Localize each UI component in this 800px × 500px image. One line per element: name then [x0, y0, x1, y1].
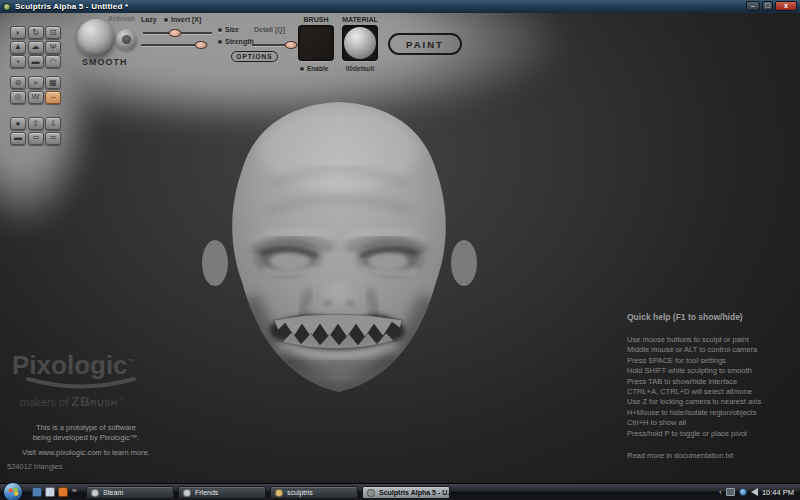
strength-slider-handle[interactable]	[194, 41, 207, 49]
sculpt-viewport[interactable]: SMOOTH Airbrush Lazy Invert [X] Size Det…	[0, 13, 800, 483]
export-button[interactable]: ⇨	[45, 132, 61, 145]
new-plane-button[interactable]: ▬	[10, 132, 26, 145]
toggle-wireframe[interactable]: ×	[28, 76, 44, 89]
file-icon: ⇧	[32, 119, 39, 129]
visit-note: Visit www.pixologic.com to learn more.	[6, 448, 166, 457]
quicklaunch-firefox-icon[interactable]	[58, 487, 68, 497]
invert-toggle[interactable]: Invert [X]	[164, 16, 201, 23]
tool-crease[interactable]: ◗	[10, 26, 26, 39]
start-button[interactable]	[3, 482, 23, 500]
material-sphere	[344, 27, 376, 59]
task-sculptris-app[interactable]: Sculptris Alpha 5 - U...	[362, 486, 450, 499]
quick-help-line: Press TAB to show/hide interface	[627, 377, 799, 387]
task-label: Friends	[195, 489, 218, 496]
tool-draw[interactable]: ▲	[10, 41, 26, 54]
sculptris-window: Sculptris Alpha 5 - Untitled * – □ x	[0, 0, 800, 500]
brush-preview-sphere	[77, 19, 115, 57]
file-icon: ⇦	[32, 133, 39, 143]
display-tray-icon[interactable]	[726, 488, 735, 496]
prototype-note-line2: being developed by Pixologic™.	[6, 433, 166, 443]
toggle-spiral[interactable]: ◎	[10, 91, 26, 104]
tool-inflate[interactable]: ☁	[28, 41, 44, 54]
size-toggle[interactable]: Size	[218, 26, 239, 33]
tool-pinch[interactable]: Ψ	[45, 41, 61, 54]
active-tool-label: SMOOTH	[82, 57, 128, 67]
lazy-toggle[interactable]: Lazy	[141, 16, 157, 23]
task-icon	[183, 489, 191, 497]
task-sculptris-folder[interactable]: sculptris	[270, 486, 358, 499]
size-slider-handle[interactable]	[168, 29, 181, 37]
toggle-w[interactable]: W	[28, 91, 44, 104]
quick-help-footer: Read more in documentation.txt	[627, 451, 799, 460]
tool-scale[interactable]: ⊡	[45, 26, 61, 39]
airbrush-ball[interactable]	[116, 29, 137, 50]
new-sphere-button[interactable]: ●	[10, 117, 26, 130]
detail-slider-handle[interactable]	[285, 41, 298, 49]
material-thumbnail[interactable]	[342, 25, 378, 61]
strength-slider[interactable]	[141, 40, 205, 49]
detail-slider[interactable]	[252, 40, 297, 49]
brush-enable-toggle[interactable]: Enable	[300, 65, 328, 72]
invert-toggle-dot	[164, 18, 168, 22]
makers-of-zbrush: makers of ZBrush™	[6, 394, 166, 409]
toggle-mirror[interactable]: ↔	[45, 91, 61, 104]
tool-rotate[interactable]: ↻	[28, 26, 44, 39]
options-button[interactable]: OPTIONS	[231, 51, 278, 62]
brush-texture-thumbnail[interactable]	[298, 25, 334, 61]
minimize-button[interactable]: –	[746, 1, 760, 11]
toggle-icon: ⊘	[15, 78, 22, 88]
quicklaunch-mail-icon[interactable]	[45, 487, 55, 497]
volume-tray-icon[interactable]	[751, 488, 758, 496]
save-button[interactable]: ⇩	[45, 117, 61, 130]
airbrush-label: Airbrush	[108, 15, 135, 22]
pixologic-logo-text: Pixologic	[12, 350, 128, 380]
pixologic-logo: Pixologic™	[6, 349, 166, 378]
tool-flatten[interactable]: ▬	[28, 55, 44, 68]
brush-tool-grid: ◗ ↻ ⊡ ▲ ☁ Ψ + ▬ ◠	[10, 26, 61, 68]
task-icon	[91, 489, 99, 497]
size-toggle-dot	[218, 28, 222, 32]
import-button[interactable]: ⇦	[28, 132, 44, 145]
tool-icon: ◠	[50, 57, 57, 67]
prototype-note: This is a prototype of software being de…	[6, 423, 166, 443]
file-icon: ⇨	[50, 133, 57, 143]
quick-help-line: Hold SHIFT while sculpting to smooth	[627, 366, 799, 376]
app-icon	[3, 3, 11, 11]
network-tray-icon[interactable]	[739, 488, 747, 496]
tool-icon: +	[16, 57, 21, 67]
toggle-symmetry[interactable]: ⊘	[10, 76, 26, 89]
quick-help-line: Press SPACE for tool settings	[627, 356, 799, 366]
strength-toggle[interactable]: Strength	[218, 38, 254, 45]
zbrush-tm: ™	[118, 396, 124, 402]
brush-enable-label: Enable	[307, 65, 328, 72]
invert-toggle-label: Invert [X]	[171, 16, 201, 23]
quick-launch-overflow-chevron[interactable]: »	[72, 486, 76, 495]
paint-mode-button[interactable]: PAINT	[388, 33, 462, 55]
task-steam[interactable]: Steam	[86, 486, 174, 499]
material-section-header: MATERIAL	[342, 16, 378, 23]
tool-smooth[interactable]: ◠	[45, 55, 61, 68]
sculpted-head-model[interactable]	[202, 98, 477, 398]
task-icon	[367, 489, 375, 497]
quick-help-line: Press/hold P to toggle or place pivot	[627, 429, 799, 439]
brush-enable-dot	[300, 67, 304, 71]
system-tray: ‹ 10:44 PM	[719, 487, 794, 497]
pixologic-logo-tm: ™	[128, 358, 135, 365]
close-button[interactable]: x	[775, 1, 797, 11]
maximize-button[interactable]: □	[762, 1, 773, 11]
task-friends[interactable]: Friends	[178, 486, 266, 499]
quick-help-line: Middle mouse or ALT to control camera	[627, 345, 799, 355]
taskbar-clock[interactable]: 10:44 PM	[762, 488, 794, 497]
open-button[interactable]: ⇧	[28, 117, 44, 130]
quick-help-line: Use Z for locking camera to nearest axis	[627, 397, 799, 407]
size-slider[interactable]	[143, 28, 212, 37]
toggle-grid[interactable]: ▦	[45, 76, 61, 89]
tool-icon: ☁	[32, 42, 40, 52]
tool-grab[interactable]: +	[10, 55, 26, 68]
file-tool-grid: ● ⇧ ⇩ ▬ ⇦ ⇨	[10, 117, 61, 145]
brush-section-header: BRUSH	[298, 16, 334, 23]
tray-collapse-chevron[interactable]: ‹	[719, 487, 722, 497]
taskbar: » Steam Friends sculptris Sculptris Alph…	[0, 483, 800, 500]
quick-help-line: Use mouse buttons to sculpt or paint	[627, 335, 799, 345]
quicklaunch-desktop-icon[interactable]	[32, 487, 42, 497]
